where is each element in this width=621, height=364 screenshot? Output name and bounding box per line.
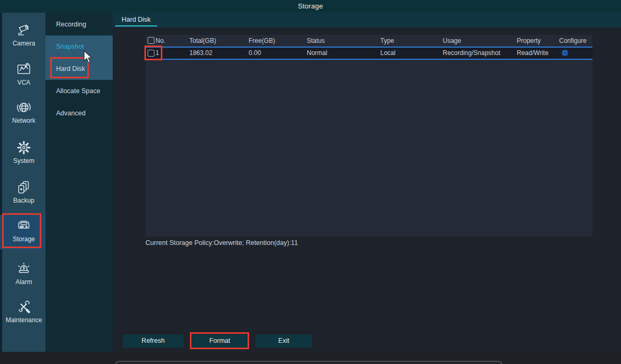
table-header-row: No. Total(GB) Free(GB) Status Type Usage… (145, 35, 592, 47)
exit-button[interactable]: Exit (255, 334, 312, 348)
sidebar-item-label: Alarm (2, 278, 45, 286)
col-header-usage: Usage (443, 35, 461, 47)
submenu-item-advanced[interactable]: Advanced (45, 102, 113, 124)
col-header-configure: Configure (559, 35, 587, 47)
tab-strip: Hard Disk (113, 13, 621, 28)
main-content: Hard Disk No. Total(GB) Free(GB) Status … (113, 13, 621, 352)
storage-submenu: Recording Snapshot Hard Disk Allocate Sp… (45, 13, 113, 352)
sidebar-item-backup[interactable]: Backup (2, 179, 45, 209)
cell-property: Read/Write (517, 48, 549, 59)
submenu-item-label: Hard Disk (56, 65, 85, 72)
sidebar-item-label: Network (2, 117, 45, 124)
col-header-property: Property (517, 35, 541, 47)
background-window-edge (115, 361, 503, 364)
network-icon (16, 99, 32, 115)
sidebar-item-storage[interactable]: Storage (0, 215, 45, 250)
submenu-item-snapshot[interactable]: Snapshot (45, 35, 113, 58)
col-header-free: Free(GB) (249, 35, 275, 47)
submenu-item-label: Advanced (56, 110, 86, 117)
cell-status: Normal (307, 48, 327, 59)
system-icon (16, 140, 32, 156)
sidebar-item-vca[interactable]: VCA (2, 61, 45, 91)
cell-usage: Recording/Snapshot (443, 48, 500, 59)
alarm-icon (16, 261, 32, 277)
cell-type: Local (380, 48, 396, 59)
sidebar-item-label: Storage (2, 235, 45, 243)
cell-no: 1 (156, 48, 159, 59)
hard-disk-table: No. Total(GB) Free(GB) Status Type Usage… (145, 35, 592, 236)
vca-icon (16, 61, 32, 77)
sidebar-item-camera[interactable]: Camera (2, 22, 45, 52)
backup-icon (16, 179, 32, 195)
sidebar-item-system[interactable]: System (2, 140, 45, 169)
col-header-total: Total(GB) (189, 35, 216, 47)
format-button[interactable]: Format (192, 334, 248, 348)
camera-icon (16, 22, 32, 38)
cell-free: 0.00 (249, 48, 261, 59)
table-row[interactable]: 1 1863.02 0.00 Normal Local Recording/Sn… (145, 47, 592, 60)
maintenance-icon (16, 299, 32, 315)
main-sidebar: Camera VCA Network (0, 13, 45, 352)
submenu-item-allocate-space[interactable]: Allocate Space (45, 80, 113, 102)
submenu-item-label: Allocate Space (56, 87, 100, 95)
sidebar-item-label: VCA (2, 79, 45, 86)
sidebar-item-label: Backup (2, 197, 45, 204)
bottom-strip (0, 352, 621, 364)
sidebar-item-label: Maintenance (2, 316, 45, 324)
cell-total: 1863.02 (189, 48, 212, 59)
sidebar-item-maintenance[interactable]: Maintenance (2, 299, 45, 329)
col-header-status: Status (307, 35, 325, 47)
sidebar-item-network[interactable]: Network (2, 99, 45, 129)
storage-icon (16, 218, 32, 234)
col-header-type: Type (380, 35, 394, 47)
sidebar-item-alarm[interactable]: Alarm (2, 261, 45, 290)
row-checkbox[interactable] (148, 50, 154, 57)
col-header-no: No. (156, 35, 166, 47)
select-all-checkbox[interactable] (148, 37, 154, 44)
submenu-item-label: Snapshot (56, 43, 84, 50)
nvr-storage-screen: { "window": { "title": "Storage" }, "sid… (0, 0, 621, 364)
refresh-button[interactable]: Refresh (123, 334, 184, 348)
tab-hard-disk[interactable]: Hard Disk (115, 13, 157, 26)
configure-gear-button[interactable] (561, 49, 569, 57)
submenu-item-label: Recording (56, 21, 86, 28)
window-titlebar: Storage (0, 0, 621, 13)
sidebar-item-label: System (2, 157, 45, 165)
window-title: Storage (0, 0, 621, 13)
submenu-item-hard-disk[interactable]: Hard Disk (45, 58, 113, 80)
sidebar-item-label: Camera (2, 40, 45, 47)
submenu-item-recording[interactable]: Recording (45, 13, 113, 35)
gear-icon (561, 49, 569, 57)
storage-policy-text: Current Storage Policy:Overwrite; Retent… (145, 239, 298, 247)
